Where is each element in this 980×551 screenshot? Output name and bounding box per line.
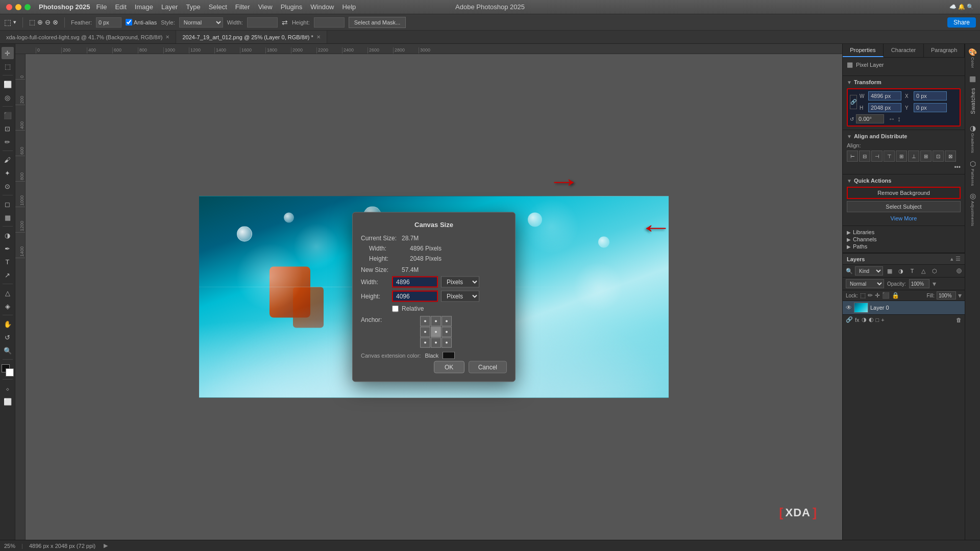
transform-x-input[interactable]	[914, 91, 947, 101]
tool-type[interactable]: T	[2, 256, 14, 268]
kind-select[interactable]: Kind	[855, 266, 883, 276]
add-selection-icon[interactable]: ⊕	[37, 18, 43, 26]
shape-filter-btn[interactable]: △	[919, 266, 928, 276]
relative-checkbox[interactable]	[392, 305, 399, 312]
tool-move[interactable]: ✛	[2, 47, 14, 59]
view-more-link[interactable]: View More	[847, 214, 961, 222]
align-collapse-arrow[interactable]: ▼	[847, 134, 852, 139]
tool-rotate-view[interactable]: ↺	[2, 331, 14, 343]
tool-brush[interactable]: 🖌	[2, 154, 14, 166]
rotation-input[interactable]	[856, 114, 884, 123]
fill-expand[interactable]: ▾	[958, 291, 962, 299]
layers-collapse-icon[interactable]: ▴	[950, 256, 953, 262]
tool-clone[interactable]: ⊙	[2, 180, 14, 192]
distribute-h[interactable]: ⊡	[933, 151, 944, 162]
anchor-mc[interactable]	[431, 327, 441, 337]
flip-v-icon[interactable]: ↕	[897, 115, 901, 123]
height-unit-select[interactable]: Pixels Percent Inches	[441, 291, 479, 302]
lock-image-icon[interactable]: ✏	[868, 292, 873, 299]
width-input[interactable]	[247, 17, 278, 28]
menu-type[interactable]: Type	[186, 3, 200, 11]
anti-alias-checkbox[interactable]	[126, 19, 132, 26]
layers-adjustment-icon[interactable]: ◐	[869, 316, 874, 323]
new-selection-icon[interactable]: ⬚	[29, 18, 35, 26]
flip-h-icon[interactable]: ↔	[888, 115, 895, 123]
layer-0-item[interactable]: 👁 Layer 0	[843, 301, 965, 314]
background-color[interactable]	[6, 368, 14, 377]
tool-screen-mode[interactable]: ⬜	[2, 395, 14, 408]
document-info-arrow[interactable]: ▶	[104, 542, 108, 549]
layers-fx-icon[interactable]: fx	[855, 317, 860, 323]
collapsed-patterns-panel[interactable]: ⬡ Patterns	[970, 160, 976, 186]
anchor-mr[interactable]	[442, 327, 452, 337]
cancel-button[interactable]: Cancel	[469, 361, 507, 373]
menu-file[interactable]: File	[96, 3, 107, 11]
lock-transparent-icon[interactable]: ⬚	[860, 292, 866, 299]
transform-y-input[interactable]	[914, 103, 947, 112]
menu-select[interactable]: Select	[209, 3, 227, 11]
libraries-link[interactable]: ▶ Libraries	[847, 229, 961, 235]
layer-visibility-eye[interactable]: 👁	[846, 304, 852, 311]
layers-group-icon[interactable]: □	[876, 317, 879, 323]
transform-w-input[interactable]	[868, 91, 901, 101]
anchor-tc[interactable]	[431, 316, 441, 327]
share-button[interactable]: Share	[947, 17, 976, 28]
tool-dodge[interactable]: ◑	[2, 229, 14, 241]
fullscreen-button[interactable]	[24, 4, 31, 10]
select-mask-button[interactable]: Select and Mask...	[349, 17, 406, 28]
remove-background-button[interactable]: Remove Background	[847, 187, 961, 199]
tab-1-close[interactable]: ✕	[165, 34, 169, 40]
blend-mode-select[interactable]: Normal	[846, 279, 884, 288]
minimize-button[interactable]	[15, 4, 21, 10]
canvas-ext-color-swatch[interactable]	[443, 352, 455, 359]
quick-actions-arrow[interactable]: ▼	[847, 178, 852, 184]
layers-delete-icon[interactable]: 🗑	[956, 317, 962, 323]
collapsed-swatches-panel[interactable]: ▦ Swatches	[968, 74, 978, 118]
tool-icon[interactable]: ⬚	[4, 18, 11, 27]
fill-input[interactable]	[937, 291, 956, 299]
close-button[interactable]	[6, 4, 12, 10]
layers-new-icon[interactable]: +	[881, 317, 884, 323]
menu-edit[interactable]: Edit	[115, 3, 126, 11]
menu-help[interactable]: Help	[342, 3, 356, 11]
anchor-ml[interactable]	[420, 327, 430, 337]
ok-button[interactable]: OK	[434, 361, 464, 373]
anchor-bc[interactable]	[431, 338, 441, 348]
filter-toggle[interactable]	[957, 268, 962, 273]
tool-shape[interactable]: △	[2, 287, 14, 299]
tool-eraser[interactable]: ◻	[2, 198, 14, 210]
window-controls[interactable]	[6, 4, 31, 10]
pixel-filter-btn[interactable]: ▦	[885, 266, 894, 276]
width-unit-select[interactable]: Pixels Percent Inches	[441, 277, 479, 288]
align-h-center[interactable]: ⊟	[859, 151, 870, 162]
layers-link-icon[interactable]: 🔗	[846, 316, 853, 323]
align-left[interactable]: ⊢	[847, 151, 858, 162]
menu-view[interactable]: View	[258, 3, 273, 11]
menu-filter[interactable]: Filter	[235, 3, 250, 11]
tab-paragraph[interactable]: Paragraph	[924, 44, 965, 57]
transform-collapse-arrow[interactable]: ▼	[847, 80, 852, 85]
collapsed-gradients-panel[interactable]: ◑ Gradients	[970, 124, 976, 153]
channels-link[interactable]: ▶ Channels	[847, 236, 961, 242]
height-input[interactable]	[314, 17, 345, 28]
anchor-bl[interactable]	[420, 338, 430, 348]
feather-input[interactable]	[96, 17, 121, 28]
tool-heal[interactable]: ✦	[2, 167, 14, 179]
type-filter-btn[interactable]: T	[908, 266, 917, 276]
fg-bg-colors[interactable]	[2, 364, 14, 377]
distribute-right[interactable]: ⊠	[945, 151, 956, 162]
anchor-tr[interactable]	[442, 316, 452, 327]
anchor-br[interactable]	[442, 338, 452, 348]
anchor-tl[interactable]	[420, 316, 430, 327]
menu-image[interactable]: Image	[135, 3, 153, 11]
anchor-grid[interactable]	[420, 316, 452, 348]
smartobject-filter-btn[interactable]: ⬡	[930, 266, 939, 276]
tool-eyedropper[interactable]: ✏	[2, 136, 14, 148]
tool-3d[interactable]: ◈	[2, 300, 14, 312]
collapsed-adjustments-panel[interactable]: ◎ Adjustments	[970, 192, 976, 227]
opacity-expand[interactable]: ▾	[933, 280, 936, 288]
tool-path-select[interactable]: ↗	[2, 269, 14, 281]
menu-bar[interactable]: File Edit Image Layer Type Select Filter…	[96, 3, 356, 11]
tool-lasso[interactable]: ◎	[2, 91, 14, 104]
opacity-input[interactable]	[909, 279, 929, 288]
